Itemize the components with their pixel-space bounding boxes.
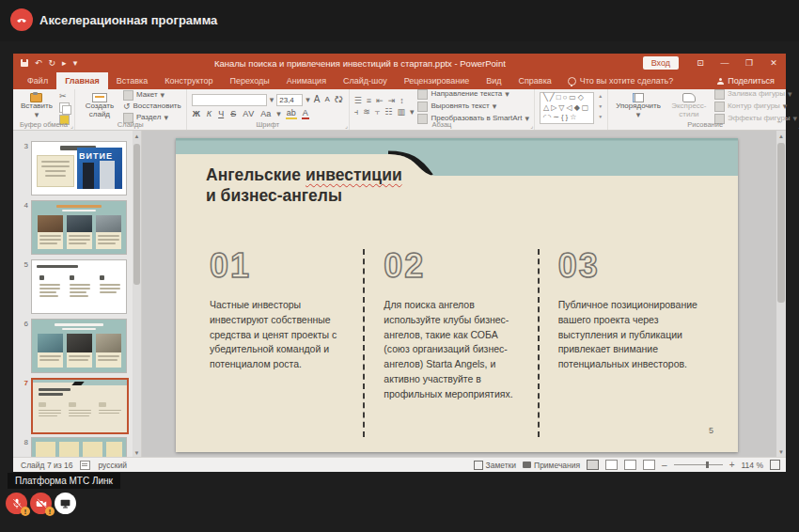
normal-view-icon[interactable] (587, 460, 599, 470)
scroll-up-icon[interactable]: ▲ (776, 131, 786, 142)
camera-off-button[interactable]: ! (30, 493, 52, 514)
highlight-color-button[interactable]: ab (286, 109, 297, 119)
fit-slide-icon[interactable] (770, 460, 780, 470)
save-icon[interactable] (21, 59, 28, 67)
tab-animations[interactable]: Анимация (278, 72, 335, 89)
slide-thumbnail-5[interactable] (31, 259, 127, 314)
reset-button[interactable]: ↺Восстановить (123, 102, 181, 111)
shrink-font-button[interactable]: А (323, 96, 330, 103)
scroll-down-icon[interactable]: ▼ (598, 103, 603, 109)
font-name-input[interactable] (192, 94, 267, 106)
justify-icon[interactable]: ☷ (384, 108, 392, 117)
scroll-up-icon[interactable]: ▲ (133, 131, 141, 141)
dialog-launcher-icon[interactable]: ⌟ (70, 122, 73, 129)
tab-review[interactable]: Рецензирование (396, 72, 478, 89)
minimize-button[interactable]: — (713, 54, 737, 72)
quick-access-toolbar: ↶ ↻ ▸ ▾ (21, 59, 77, 68)
font-color-button[interactable]: А (302, 109, 309, 119)
zoom-in-button[interactable]: + (729, 461, 735, 470)
slide-thumbnail-7-selected[interactable] (31, 378, 129, 434)
zoom-level[interactable]: 114 % (742, 461, 763, 470)
align-right-icon[interactable]: ⫟ (375, 108, 380, 117)
numbering-icon[interactable]: ≡ (367, 97, 371, 105)
new-slide-button[interactable]: Создать слайд (80, 92, 119, 120)
bullets-icon[interactable]: ☰ (354, 97, 362, 105)
layout-button[interactable]: Макет▾ (123, 90, 181, 101)
collapse-ribbon-icon[interactable]: ⌃ (776, 120, 782, 128)
slide-thumbnail-8[interactable] (31, 437, 127, 458)
grow-font-button[interactable]: А (313, 95, 321, 104)
change-case-button[interactable]: Аа (259, 110, 272, 118)
dialog-launcher-icon[interactable]: ⌟ (530, 122, 533, 129)
zoom-slider-thumb[interactable] (706, 462, 709, 468)
align-center-icon[interactable]: ≋ (363, 108, 370, 117)
start-slideshow-icon[interactable]: ▸ (62, 59, 67, 68)
tab-transitions[interactable]: Переходы (222, 72, 278, 89)
underline-button[interactable]: Ч (217, 110, 225, 118)
share-button[interactable]: Поделиться (706, 72, 786, 89)
tab-view[interactable]: Вид (478, 72, 509, 89)
zoom-slider[interactable] (674, 464, 723, 465)
tab-help[interactable]: Справка (509, 72, 559, 89)
comments-toggle[interactable]: Примечания (523, 461, 580, 470)
shape-outline-button[interactable]: Контур фигуры▾ (714, 102, 797, 112)
zoom-out-button[interactable]: – (662, 461, 667, 470)
char-spacing-button[interactable]: АV (242, 110, 255, 118)
text-direction-button[interactable]: Направление текста▾ (417, 89, 529, 100)
dialog-launcher-icon[interactable]: ⌟ (345, 122, 348, 129)
italic-button[interactable]: К (206, 110, 212, 118)
restore-button[interactable]: ❐ (737, 54, 761, 72)
columns-icon[interactable]: ▥ (397, 108, 405, 117)
tab-home[interactable]: Главная (56, 72, 108, 89)
undo-icon[interactable]: ↶ (35, 59, 42, 68)
editor-scrollbar[interactable]: ▲ ▼ (776, 131, 786, 458)
slide-thumbnail-4[interactable] (31, 200, 127, 255)
microphone-off-button[interactable]: ! (6, 493, 27, 514)
scrollbar-thumb[interactable] (777, 143, 785, 303)
signin-button[interactable]: Вход (643, 56, 679, 70)
line-spacing-icon[interactable]: ↕ (400, 97, 404, 105)
shape-fill-icon (714, 89, 725, 100)
tab-file[interactable]: Файл (19, 72, 56, 89)
screen-share-button[interactable] (55, 493, 76, 514)
slide-thumbnail-3[interactable]: ВИТИЕ (31, 141, 127, 196)
cut-button[interactable]: ✂ (59, 92, 70, 101)
hangup-call-button[interactable] (10, 8, 33, 31)
ribbon-display-options-icon[interactable]: ⊡ (688, 54, 713, 72)
shapes-gallery[interactable]: ╲╱□○▭◇ △▷▽◁◆▢ ◜◝∼{}☆ (540, 92, 594, 124)
paste-button[interactable]: Вставить ▾ (18, 92, 55, 120)
platform-tooltip: Платформа МТС Линк (8, 473, 120, 489)
font-size-input[interactable]: 23,4 (276, 94, 303, 106)
increase-indent-icon[interactable]: ⇥ (388, 97, 396, 105)
reading-view-icon[interactable] (624, 460, 636, 470)
tab-design[interactable]: Конструктор (156, 72, 221, 89)
tab-slideshow[interactable]: Слайд-шоу (335, 72, 396, 89)
scroll-up-icon[interactable]: ▲ (598, 93, 603, 99)
quick-styles-button[interactable]: Экспресс-стили (667, 92, 711, 120)
language-indicator[interactable]: русский (98, 461, 127, 470)
scrollbar-thumb[interactable] (133, 144, 140, 285)
current-slide[interactable]: Ангельские инвестиции и бизнес-ангелы 01… (176, 138, 738, 452)
tell-me-box[interactable]: Что вы хотите сделать? (560, 72, 682, 89)
align-text-button[interactable]: Выровнять текст▾ (417, 102, 529, 112)
close-button[interactable]: ✕ (761, 54, 786, 72)
thumbnail-scrollbar[interactable]: ▲ ▼ (133, 131, 141, 458)
redo-icon[interactable]: ↻ (49, 59, 56, 68)
tab-insert[interactable]: Вставка (108, 72, 156, 89)
spellcheck-icon[interactable] (80, 461, 90, 470)
scissors-icon: ✂ (59, 92, 67, 101)
shape-fill-button[interactable]: Заливка фигуры▾ (714, 89, 797, 100)
clear-format-icon[interactable]: 🗘 (334, 96, 344, 104)
strikethrough-button[interactable]: S (229, 110, 237, 118)
copy-button[interactable] (59, 102, 70, 113)
notes-toggle[interactable]: Заметки (474, 461, 517, 470)
decrease-indent-icon[interactable]: ⇤ (376, 97, 384, 105)
slide-thumbnail-6[interactable] (31, 319, 127, 373)
slideshow-icon[interactable] (643, 460, 655, 470)
shapes-scroll[interactable]: ▲ ▼ ▼ (598, 92, 603, 120)
slide-sorter-icon[interactable] (605, 460, 618, 470)
bold-button[interactable]: Ж (192, 110, 201, 118)
align-left-icon[interactable]: ⫞ (354, 108, 359, 117)
arrange-button[interactable]: Упорядочить ▾ (613, 92, 664, 120)
gallery-more-icon[interactable]: ▼ (598, 114, 603, 119)
